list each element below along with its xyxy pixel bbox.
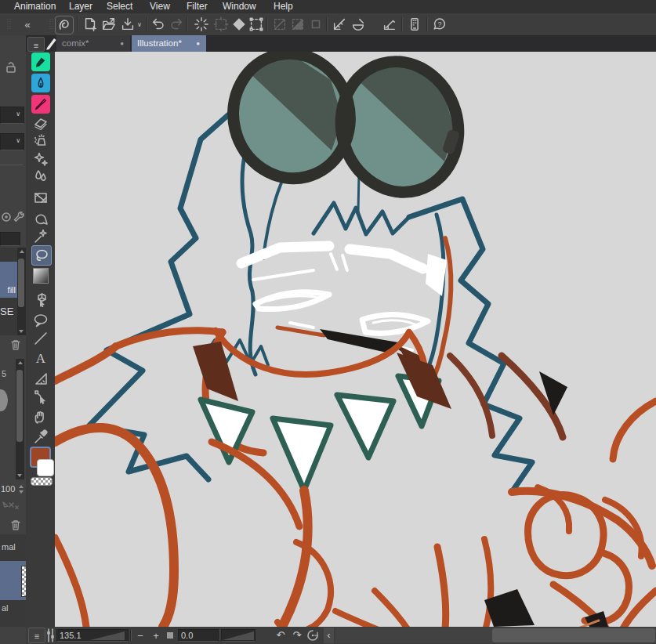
tool-text[interactable]: A [31,349,50,368]
canvas-artwork [55,52,656,627]
opacity-value[interactable]: 100 [1,484,15,494]
tool-ruler[interactable] [31,369,50,388]
zoom-value-box[interactable]: 135.1 [56,629,129,642]
reset-rotation-icon[interactable] [306,629,319,642]
scrollbar-thumb[interactable] [18,259,24,307]
shrink-selection-icon[interactable] [307,16,324,33]
zoom-in-button[interactable]: + [150,628,162,642]
tool-line[interactable] [31,329,50,348]
tab-comix[interactable]: comix* ● [56,35,130,52]
scroll-left-button[interactable]: ‹ [324,628,334,643]
tool-property-value: 5 [2,369,6,378]
help-icon[interactable]: ? [431,16,448,33]
snap-to-special-ruler-icon[interactable] [350,16,367,33]
stepper-up[interactable] [19,485,24,488]
tool-gradient[interactable] [31,266,50,285]
tab-modified-dot[interactable]: ● [120,35,124,52]
scrollbar-thumb[interactable] [16,370,23,442]
wrench-icon[interactable] [13,210,25,223]
menu-layer[interactable]: Layer [69,0,92,13]
fit-to-window-button[interactable] [167,632,173,639]
subtool-list: fill SE [0,248,26,335]
tool-hand[interactable] [31,408,50,427]
trash-icon[interactable] [9,519,22,531]
tool-correct-line[interactable] [31,387,50,406]
subtool-label-partial[interactable]: SE [0,306,13,317]
svg-text:?: ? [437,20,441,28]
subtool-label: fill [8,285,16,295]
tab-label: comix* [62,38,89,48]
tool-figure[interactable] [31,188,50,207]
blend-mode-fragment[interactable]: mal [2,542,16,552]
canvas[interactable] [55,52,656,627]
sliders-icon[interactable] [45,628,56,642]
tool-operation[interactable] [31,290,50,309]
rotate-cw-button[interactable]: ↷ [290,628,304,642]
palette-menu-button[interactable]: ≡ [27,37,45,52]
save-options-chevron-icon[interactable]: ∨ [135,16,144,33]
save-icon[interactable] [119,16,136,33]
subtool-scrollbar[interactable] [17,248,26,335]
tab-illustration-active[interactable]: Illustration* ● [132,35,206,52]
tab-modified-dot[interactable]: ● [196,35,200,52]
input-fragment[interactable] [0,232,20,246]
clear-selection-icon[interactable] [271,16,288,33]
deselect-icon[interactable] [212,16,230,33]
drag-handle-icon[interactable] [0,16,17,33]
brush-preview-fragment [0,389,8,411]
stepper-down[interactable] [19,490,24,494]
tool-eyedropper[interactable] [31,428,50,447]
menu-view[interactable]: View [150,0,170,13]
dropdown-fragment[interactable]: ∨ [0,107,24,124]
invert-selection-icon[interactable] [230,16,248,33]
tool-marker-pen[interactable] [31,52,50,71]
dropdown-fragment[interactable]: ∨ [0,133,24,150]
divider [130,630,131,641]
collapse-button[interactable]: « [19,16,36,33]
status-bar: ≡ 135.1 − + 0.0 ↶ ↷ ‹ [26,627,656,644]
convert-selection-icon[interactable] [289,16,306,33]
snap-to-ruler-icon[interactable] [331,16,348,33]
transparent-color-swatch[interactable] [31,477,53,486]
start-clip-studio-icon[interactable] [193,16,210,33]
undo-icon[interactable] [150,16,167,33]
scrollbar-thumb[interactable] [492,628,655,642]
command-bar: « ∨ [0,13,656,36]
toolbar-menu-button[interactable]: ≡ [28,628,45,643]
tool-auto-select[interactable] [31,226,50,245]
opacity-row: 100 [0,483,26,497]
tool-blend[interactable] [31,167,50,186]
tool-airbrush[interactable] [31,130,50,149]
clip-studio-logo-button[interactable] [55,16,74,34]
menu-help[interactable]: Help [274,0,293,13]
menu-filter[interactable]: Filter [187,0,208,13]
new-document-icon[interactable] [82,16,99,33]
menu-animation[interactable]: Animation [14,0,56,13]
sub-color-swatch[interactable] [37,459,54,476]
rotate-ccw-button[interactable]: ↶ [274,628,288,642]
blend-mode-fragment[interactable]: al [2,603,9,613]
menu-select[interactable]: Select [107,0,132,13]
selection-frame-icon[interactable] [248,16,265,33]
redo-icon[interactable] [168,16,185,33]
property-scrollbar[interactable] [16,359,24,479]
tool-palette: A [26,35,56,644]
rotation-value-box[interactable]: 0.0 [178,629,219,642]
tool-brush[interactable] [31,95,50,114]
rotation-slider[interactable] [221,629,256,642]
menu-window[interactable]: Window [223,0,256,13]
subtool-item-selected[interactable]: fill [0,262,17,298]
lock-icon[interactable] [5,61,17,74]
open-file-icon[interactable] [100,16,118,33]
tool-decoration[interactable] [31,150,50,168]
disabled-correct-icon[interactable] [2,500,20,514]
tool-pen[interactable] [31,74,50,92]
trash-icon[interactable] [9,338,22,351]
horizontal-scrollbar[interactable] [335,628,656,643]
tool-selection-selected[interactable] [31,245,52,266]
companion-device-icon[interactable] [406,16,423,33]
target-circle-icon[interactable] [1,212,12,223]
zoom-out-button[interactable]: − [134,628,147,642]
snap-to-grid-icon[interactable] [381,16,398,33]
tool-balloon[interactable] [31,311,50,330]
